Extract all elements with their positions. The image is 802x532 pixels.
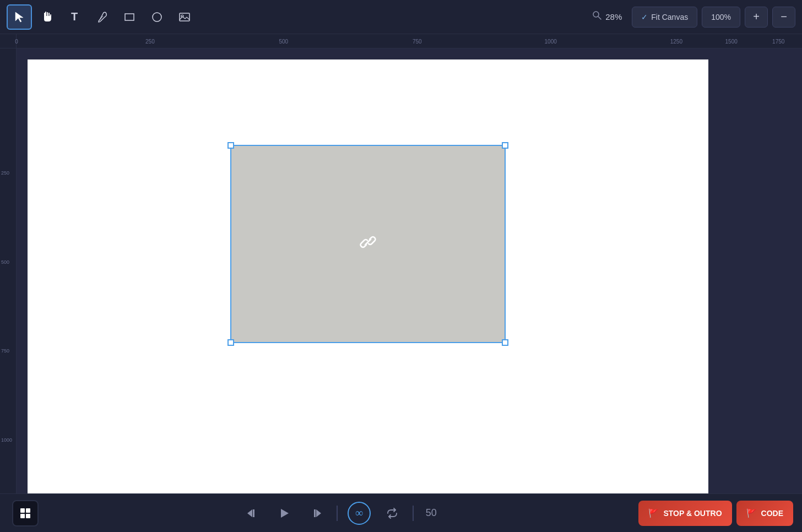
stop-outro-flag-icon: 🚩	[648, 508, 659, 518]
code-button[interactable]: 🚩 CODE	[736, 501, 793, 526]
handle-top-right[interactable]	[502, 142, 508, 149]
toolbar: T 28%	[0, 0, 802, 34]
svg-rect-13	[253, 509, 254, 517]
selected-image-element[interactable]	[230, 145, 506, 343]
zoom-value: 28%	[605, 12, 627, 21]
plus-icon: +	[753, 10, 760, 23]
rectangle-tool-button[interactable]	[117, 4, 142, 30]
link-icon	[359, 234, 377, 255]
svg-marker-12	[247, 509, 252, 517]
repeat-button[interactable]	[381, 502, 404, 525]
ruler-tick-top: 1000	[545, 39, 557, 45]
ruler-tick-left: 500	[1, 259, 9, 265]
svg-line-6	[598, 17, 601, 19]
hand-tool-button[interactable]	[34, 4, 59, 30]
text-tool-button[interactable]: T	[62, 4, 87, 30]
play-button[interactable]	[273, 502, 296, 525]
ruler-tick-top: 500	[279, 39, 288, 45]
minus-icon: −	[781, 10, 787, 23]
svg-point-2	[153, 13, 161, 21]
svg-rect-1	[125, 14, 134, 20]
svg-rect-16	[314, 509, 316, 517]
code-flag-icon: 🚩	[746, 508, 757, 518]
rewind-button[interactable]	[241, 502, 264, 525]
canvas-page[interactable]	[28, 59, 708, 493]
stop-outro-button[interactable]: 🚩 STOP & OUTRO	[638, 501, 731, 526]
svg-marker-14	[281, 509, 289, 518]
divider-2	[413, 506, 414, 521]
circle-tool-button[interactable]	[144, 4, 170, 30]
fit-canvas-button[interactable]: ✓ Fit Canvas	[632, 7, 697, 28]
ruler-tick-top: 1750	[772, 39, 784, 45]
svg-text:∞: ∞	[355, 507, 363, 519]
svg-rect-10	[20, 514, 25, 518]
ruler-top: 02505007501000125015001750	[17, 34, 802, 48]
ruler-left: 2505007501000	[0, 48, 17, 493]
canvas-scroll[interactable]	[17, 48, 802, 493]
handle-top-left[interactable]	[227, 142, 234, 149]
handle-bottom-left[interactable]	[227, 339, 234, 346]
ruler-tick-left: 1000	[1, 437, 12, 443]
ruler-tick-left: 250	[1, 170, 9, 176]
forward-button[interactable]	[305, 502, 328, 525]
select-tool-button[interactable]	[7, 4, 32, 30]
image-tool-button[interactable]	[172, 4, 197, 30]
canvas-container-row: 2505007501000	[0, 48, 802, 493]
ruler-tick-top: 0	[15, 39, 18, 45]
ruler-tick-top: 1500	[725, 39, 738, 45]
loop-button[interactable]: ∞	[346, 501, 372, 526]
svg-rect-3	[180, 13, 189, 21]
divider-1	[337, 506, 338, 521]
svg-rect-9	[26, 508, 30, 513]
zoom-display: 28%	[592, 10, 627, 23]
zoom-minus-button[interactable]: −	[772, 7, 795, 28]
frame-count: 50	[422, 507, 440, 519]
ruler-top-row: 02505007501000125015001750	[0, 34, 802, 48]
ruler-tick-top: 1250	[670, 39, 682, 45]
zoom-100-button[interactable]: 100%	[702, 7, 740, 28]
bottom-right: 🚩 STOP & OUTRO 🚩 CODE	[638, 501, 793, 526]
bottom-left	[9, 500, 42, 526]
ruler-tick-left: 750	[1, 348, 9, 354]
zoom-plus-button[interactable]: +	[745, 7, 768, 28]
bottom-center: ∞ 50	[241, 501, 440, 526]
brush-tool-button[interactable]	[89, 4, 115, 30]
handle-bottom-right[interactable]	[502, 339, 508, 346]
ruler-tick-top: 250	[145, 39, 155, 45]
bottom-bar: ∞ 50 🚩 STOP & OUTRO 🚩 CODE	[0, 493, 802, 532]
search-icon	[592, 10, 602, 23]
svg-rect-11	[26, 514, 30, 518]
ruler-tick-top: 750	[413, 39, 422, 45]
svg-marker-15	[316, 509, 321, 517]
svg-rect-8	[20, 508, 25, 513]
ruler-area: 02505007501000125015001750 2505007501000	[0, 34, 802, 493]
canvas-background	[17, 48, 788, 493]
ruler-corner	[0, 34, 17, 48]
toolbar-right: 28% ✓ Fit Canvas 100% + −	[592, 7, 795, 28]
main-area: 02505007501000125015001750 2505007501000	[0, 34, 802, 493]
grid-button[interactable]	[12, 500, 39, 526]
check-icon: ✓	[641, 13, 648, 21]
